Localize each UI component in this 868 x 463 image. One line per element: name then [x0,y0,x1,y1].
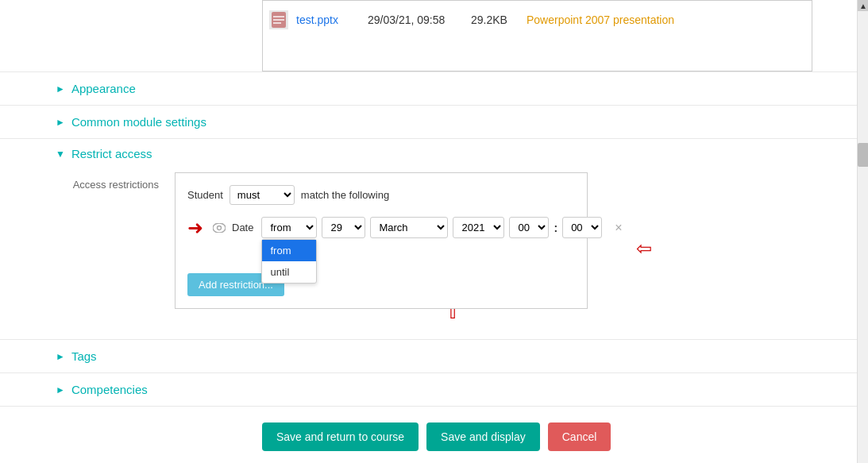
bottom-buttons-area: Save and return to course Save and displ… [0,406,868,463]
common-module-section-header[interactable]: ► Common module settings [0,105,868,138]
competencies-section: ► Competencies [0,372,868,406]
restrict-access-arrow-icon: ▼ [56,149,65,160]
restrict-access-title: Restrict access [71,147,152,160]
access-box: Student must must not match the followin… [175,172,588,309]
cancel-button[interactable]: Cancel [548,422,611,451]
date-restriction-row: Date from until from [211,217,627,238]
restrict-access-section: ▼ Restrict access Access restrictions St… [0,138,868,339]
file-icon [269,10,288,29]
file-type: Powerpoint 2007 presentation [527,14,674,26]
competencies-header[interactable]: ► Competencies [56,383,812,396]
svg-point-4 [213,223,226,233]
access-restrictions-row: Access restrictions Student must must no… [56,172,812,309]
from-option[interactable]: from [262,240,316,261]
save-return-button[interactable]: Save and return to course [262,422,419,451]
common-module-arrow-icon: ► [56,117,65,128]
scrollbar-top-button[interactable]: ▲ [858,0,868,11]
tags-title: Tags [71,349,97,363]
remove-restriction-button[interactable]: × [610,219,627,237]
file-date: 29/03/21, 09:58 [368,14,463,26]
svg-point-5 [218,226,222,230]
right-arrow-icon: ➜ [187,217,203,239]
from-select[interactable]: from until [261,217,317,238]
hour-select[interactable]: 00 01 12 [509,217,549,238]
eye-icon[interactable] [211,220,227,236]
date-label: Date [232,222,253,233]
scrollbar[interactable]: ▲ ▼ [857,0,868,463]
appearance-title: Appearance [71,82,136,95]
appearance-arrow-icon: ► [56,83,65,95]
svg-rect-3 [273,22,281,24]
page-wrapper: test.pptx 29/03/21, 09:58 29.2KB Powerpo… [0,0,868,463]
student-label: Student [187,189,223,201]
month-select[interactable]: January February March April May June Ju… [370,217,448,238]
competencies-arrow-icon: ► [56,384,65,395]
appearance-section-header[interactable]: ► Appearance [0,71,868,105]
until-option[interactable]: until [262,261,316,283]
match-label: match the following [301,189,389,201]
restrict-access-header[interactable]: ▼ Restrict access [56,147,812,160]
save-display-button[interactable]: Save and display [426,422,540,451]
file-row: test.pptx 29/03/21, 09:58 29.2KB Powerpo… [269,7,805,33]
tags-arrow-icon: ► [56,351,65,362]
must-select[interactable]: must must not [230,185,295,205]
svg-rect-2 [273,19,284,21]
common-module-title: Common module settings [71,115,206,129]
time-colon: : [554,222,557,234]
tags-section: ► Tags [0,339,868,372]
from-select-wrapper: from until from until [261,217,317,238]
file-area: test.pptx 29/03/21, 09:58 29.2KB Powerpo… [262,0,812,71]
from-dropdown-popup: from until [261,239,317,284]
scrollbar-thumb[interactable] [858,143,868,167]
left-arrow-icon: ⇦ [636,237,652,260]
file-name[interactable]: test.pptx [296,14,360,26]
student-row: Student must must not match the followin… [187,185,575,205]
competencies-title: Competencies [71,383,148,396]
minute-select[interactable]: 00 15 30 45 [562,217,602,238]
day-select[interactable]: 29 1 15 30 [322,217,365,238]
year-select[interactable]: 2021 2020 2022 [453,217,504,238]
file-size: 29.2KB [471,14,519,26]
access-restrictions-label: Access restrictions [56,172,159,191]
tags-header[interactable]: ► Tags [56,349,812,363]
svg-rect-1 [273,16,284,17]
